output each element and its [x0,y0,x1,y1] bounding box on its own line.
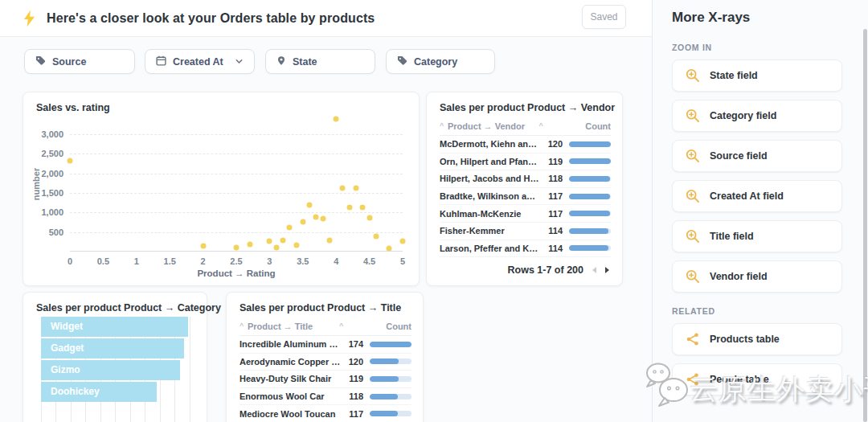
scatter-point[interactable] [280,238,285,244]
scatter-point[interactable] [360,205,366,211]
chart-title: Sales per product Product → Category [36,302,221,313]
scatter-point[interactable] [326,237,332,243]
row-label: Orn, Hilpert and Pfannerstill [440,157,540,166]
table-row[interactable]: Larson, Pfeffer and Klocko114 [440,240,611,258]
location-pin-icon [276,55,286,68]
row-bar-fill [569,158,611,164]
scatter-point[interactable] [334,116,339,121]
scatter-point[interactable] [313,215,319,220]
category-bar[interactable]: Widget [41,317,188,337]
scatter-point[interactable] [366,215,372,221]
xray-item-label: Vendor field [710,271,768,282]
gridline [70,232,403,233]
column-header: Count [585,121,611,131]
lightning-bolt-icon [23,10,35,31]
row-bar-fill [569,194,610,199]
scatter-point[interactable] [346,205,352,211]
scatter-point[interactable] [387,246,392,252]
scatter-point[interactable] [200,243,206,248]
table-row[interactable]: Kuhlman-McKenzie117 [440,205,611,223]
row-count: 120 [341,357,363,367]
x-tick-label: 3 [267,256,272,266]
row-count: 117 [540,209,563,219]
xray-item-created-at-field[interactable]: Created At field [672,180,842,212]
scatter-point[interactable] [234,245,240,251]
table-row[interactable]: Orn, Hilpert and Pfannerstill119 [440,154,611,171]
next-page-button[interactable] [604,266,611,274]
scatter-point[interactable] [320,215,326,221]
x-tick-label: 1.5 [164,256,176,266]
y-tick-label: 2,500 [28,149,63,158]
row-bar-fill [370,342,411,347]
filter-pill-category[interactable]: Category [386,49,495,74]
gridline [70,134,403,135]
table-row[interactable]: Fisher-Kemmer114 [440,223,611,240]
row-bar-track [370,376,411,382]
scatter-point[interactable] [340,185,346,191]
filter-label: Created At [173,56,223,68]
y-tick-label: 500 [28,227,63,237]
row-bar-fill [370,358,399,364]
scatter-point[interactable] [287,224,293,230]
xray-item-category-field[interactable]: Category field [672,100,842,132]
xray-item-source-field[interactable]: Source field [672,140,842,172]
filter-pill-created-at[interactable]: Created At [145,49,255,74]
row-count: 114 [540,244,563,253]
tag-icon [35,55,46,68]
category-bar[interactable]: Gizmo [41,360,180,380]
row-bar-track [569,158,611,164]
row-count: 117 [540,191,563,201]
scatter-point[interactable] [307,203,313,208]
xray-dashboard: Here's a closer look at your Orders tabl… [0,0,868,422]
saved-button[interactable]: Saved [582,5,626,29]
table-row[interactable]: Mediocre Wool Toucan117 [240,405,411,422]
x-tick-label: 0 [68,256,72,266]
category-bar[interactable]: Doohickey [41,382,157,402]
table-row[interactable]: McDermott, Kiehn and Becker120 [440,136,611,154]
filter-pill-state[interactable]: State [265,49,375,74]
xray-item-title-field[interactable]: Title field [672,220,842,252]
zoom-in-icon [686,269,700,284]
category-bar[interactable]: Gadget [41,338,184,358]
xray-item-state-field[interactable]: State field [672,59,842,92]
scatter-point[interactable] [354,185,359,191]
table-row[interactable]: Heavy-Duty Silk Chair119 [240,371,411,388]
xray-item-vendor-field[interactable]: Vendor field [672,260,842,293]
chart-title: Sales vs. rating [36,102,110,113]
row-bar-track [370,394,411,399]
scatter-point[interactable] [247,241,252,247]
scatter-point[interactable] [267,238,272,244]
scatter-point[interactable] [293,242,299,248]
table-sort-header[interactable]: ^Product → Title^Count [240,320,411,336]
scatter-point[interactable] [400,239,406,244]
scatter-point[interactable] [300,219,305,224]
gridline [70,212,403,213]
sidebar-title: More X-rays [672,10,842,26]
scatter-point[interactable] [373,233,379,239]
row-label: Heavy-Duty Silk Chair [240,374,341,383]
zoom-in-icon [686,149,700,163]
related-section: Products tablePeople table [672,323,842,395]
chart-title: Sales per product Product → Vendor [440,102,615,113]
prev-page-button[interactable] [591,266,597,274]
filter-pill-source[interactable]: Source [24,49,135,74]
column-header: Count [386,322,411,331]
table-row[interactable]: Enormous Wool Car118 [240,388,411,406]
vertical-scrollbar[interactable] [863,29,867,422]
row-count: 118 [341,391,363,401]
xray-item-products-table[interactable]: Products table [672,323,842,355]
table-row[interactable]: Incredible Aluminum Knife174 [240,336,411,354]
table-row[interactable]: Aerodynamic Copper Knife120 [240,354,411,371]
pagination-text: Rows 1-7 of 200 [508,264,583,276]
row-count: 118 [540,174,563,183]
xray-item-people-table[interactable]: People table [672,363,842,395]
table-sort-header[interactable]: ^Product → Vendor^Count [440,120,611,136]
table-row[interactable]: Bradtke, Wilkinson and Reilly117 [440,188,611,206]
scatter-point[interactable] [68,158,73,163]
filter-label: Source [52,56,86,68]
row-label: McDermott, Kiehn and Becker [440,139,540,149]
scatter-point[interactable] [273,245,279,251]
row-bar-track [569,194,611,199]
table-row[interactable]: Hilpert, Jacobs and Hauck118 [440,170,611,188]
y-axis-label: number [31,157,41,211]
